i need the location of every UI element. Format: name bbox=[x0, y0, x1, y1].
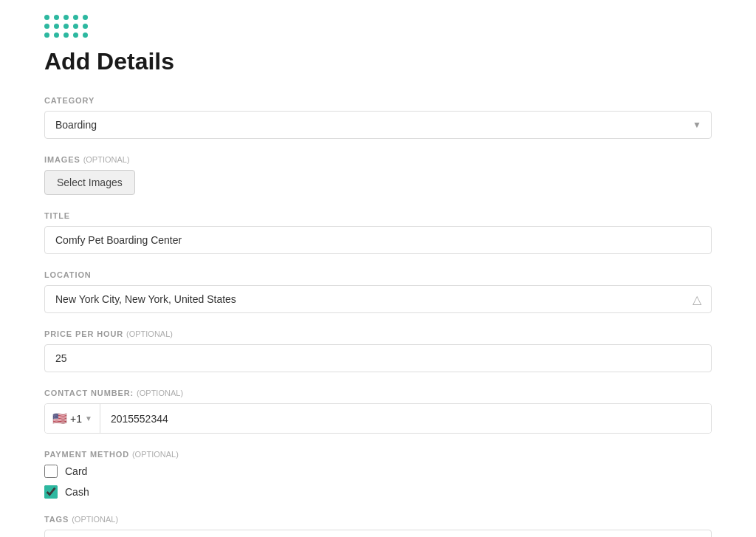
dots-decoration bbox=[44, 15, 712, 38]
location-section: LOCATION △ bbox=[44, 270, 712, 313]
flag-icon: 🇺🇸 bbox=[52, 411, 67, 425]
images-section: IMAGES (OPTIONAL) Select Images bbox=[44, 155, 712, 195]
price-section: PRICE PER HOUR (OPTIONAL) bbox=[44, 329, 712, 372]
cash-checkbox[interactable] bbox=[44, 485, 58, 499]
images-label: IMAGES (OPTIONAL) bbox=[44, 155, 712, 164]
country-code: +1 bbox=[70, 413, 82, 425]
page-title: Add Details bbox=[44, 48, 712, 75]
phone-wrapper: 🇺🇸 +1 ▼ bbox=[44, 403, 712, 434]
phone-input[interactable] bbox=[100, 404, 711, 433]
select-images-button[interactable]: Select Images bbox=[44, 170, 135, 195]
location-input[interactable] bbox=[44, 285, 712, 313]
location-wrapper: △ bbox=[44, 285, 712, 313]
tags-label: TAGS (OPTIONAL) bbox=[44, 515, 712, 524]
contact-label: CONTACT NUMBER: (OPTIONAL) bbox=[44, 389, 712, 397]
title-section: TITLE bbox=[44, 211, 712, 254]
phone-caret-icon: ▼ bbox=[85, 414, 92, 423]
cash-label: Cash bbox=[65, 486, 89, 498]
tags-section: TAGS (OPTIONAL) bbox=[44, 515, 712, 537]
payment-section: PAYMENT METHOD (OPTIONAL) Card Cash bbox=[44, 450, 712, 499]
price-input[interactable] bbox=[44, 344, 712, 372]
category-label: CATEGORY bbox=[44, 96, 712, 105]
phone-prefix[interactable]: 🇺🇸 +1 ▼ bbox=[45, 404, 100, 433]
category-select[interactable]: Boarding Daycare Grooming Training Walki… bbox=[44, 111, 712, 139]
price-label: PRICE PER HOUR (OPTIONAL) bbox=[44, 329, 712, 338]
title-label: TITLE bbox=[44, 211, 712, 220]
category-select-wrapper: Boarding Daycare Grooming Training Walki… bbox=[44, 111, 712, 139]
payment-checkbox-group: Card Cash bbox=[44, 465, 712, 499]
location-icon: △ bbox=[693, 293, 701, 307]
cash-checkbox-item[interactable]: Cash bbox=[44, 485, 712, 499]
location-label: LOCATION bbox=[44, 270, 712, 279]
contact-section: CONTACT NUMBER: (OPTIONAL) 🇺🇸 +1 ▼ bbox=[44, 389, 712, 434]
payment-label: PAYMENT METHOD (OPTIONAL) bbox=[44, 450, 712, 459]
card-label: Card bbox=[65, 465, 87, 477]
card-checkbox-item[interactable]: Card bbox=[44, 465, 712, 478]
tags-input[interactable] bbox=[44, 530, 712, 537]
category-section: CATEGORY Boarding Daycare Grooming Train… bbox=[44, 96, 712, 139]
page-container: Add Details CATEGORY Boarding Daycare Gr… bbox=[0, 0, 756, 537]
card-checkbox[interactable] bbox=[44, 465, 58, 478]
title-input[interactable] bbox=[44, 226, 712, 254]
